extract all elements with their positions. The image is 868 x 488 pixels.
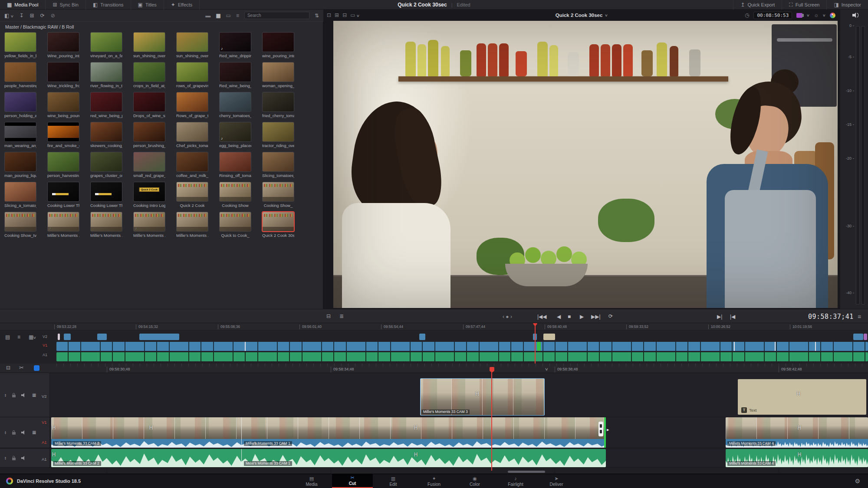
mini-track-v1[interactable] [56,342,868,351]
filmstrip-view-icon[interactable]: ▭ [226,13,231,18]
media-clip[interactable]: small_red_grape_c... [133,152,165,178]
page-tab[interactable]: ♪ Fairlight [495,474,536,488]
media-clip[interactable]: yellow_fields_in_bl... [4,32,36,58]
timeline-menu-icon[interactable]: ≡ [858,314,861,320]
topbar-action-button[interactable]: ⛶ Full Screen [782,0,826,10]
panel-toggle-tab[interactable]: ✦ Effects [164,0,200,10]
page-tab[interactable]: ➤ Deliver [536,474,577,488]
media-clip[interactable]: Rinsing_off_tomat... [219,152,251,178]
thumbnail-view-icon[interactable]: ▦ [216,13,220,18]
media-clip[interactable]: Slicing_a_tomato_... [4,182,36,208]
page-tab[interactable]: ▥ Edit [373,474,414,488]
media-clip-thumbnail[interactable] [47,32,79,52]
media-clip[interactable]: man_pouring_liqu... [4,152,36,178]
trim-editor-icon[interactable]: ⊟ [6,365,10,370]
media-clip[interactable]: Quick 2 Cook 30sec [262,212,294,238]
media-clip[interactable]: Cooking Show_ [262,182,294,208]
mini-clip[interactable] [97,334,107,340]
page-tab[interactable]: ◉ Color [454,474,495,488]
multicam-icon[interactable] [796,13,802,18]
media-clip-thumbnail[interactable] [90,122,122,142]
media-clip[interactable]: ♪ egg_being_placed... [219,122,251,148]
media-clip[interactable]: Cooking Intro Log... [133,182,165,208]
relink-icon[interactable]: ⊘ [51,13,55,18]
go-to-start-button[interactable]: |◀◀ [537,314,547,320]
media-clip-thumbnail[interactable] [176,212,208,232]
media-clip-thumbnail[interactable] [90,182,122,202]
media-clip-thumbnail[interactable] [47,62,79,82]
media-clip[interactable]: rows_of_grapevin... [176,62,208,88]
media-clip-thumbnail[interactable] [4,92,36,112]
retime-marker-icon[interactable]: [‹›] [149,425,152,429]
timeline-tools-icon[interactable]: ≣ [339,314,344,319]
viewer-video-frame[interactable] [333,21,838,308]
media-clip[interactable]: Cooking Lower Thi... [47,182,79,208]
chevron-down-icon[interactable]: ∨ [545,367,549,371]
media-clip[interactable]: Wine_pouring_int... [47,32,79,58]
media-clip[interactable]: vineyard_on_a_far... [90,32,122,58]
media-clip[interactable]: Rows_of_grape_tr... [176,92,208,118]
viewer-expand-icon[interactable]: ⊟ [342,13,347,18]
bin-panel-toggle-icon[interactable]: ◧ ∨ [4,13,13,18]
media-clip-thumbnail[interactable] [176,32,208,52]
mini-playhead[interactable] [535,324,536,364]
media-clip-thumbnail[interactable] [133,32,165,52]
retime-marker-icon[interactable]: [‹›] [414,452,417,456]
media-clip[interactable]: crops_in_field_at_... [133,62,165,88]
mini-clip[interactable] [853,334,863,340]
strip-view-icon[interactable]: ▬ [205,13,210,18]
stop-button[interactable]: ■ [568,314,571,320]
mini-clip[interactable] [864,334,867,340]
snapping-toggle-icon[interactable] [34,365,39,371]
media-clip-thumbnail[interactable] [219,182,251,202]
track-header-v2[interactable]: ▲▼ ▦ V2 [0,373,50,417]
media-clip-thumbnail[interactable] [4,182,36,202]
media-clip[interactable]: coffee_and_milk_b... [176,152,208,178]
media-clip-thumbnail[interactable] [176,182,208,202]
split-clip-icon[interactable]: ✂ [19,365,24,370]
media-clip[interactable]: wine_being_poure... [47,92,79,118]
timeline-clip-v1-main[interactable]: Millie's Moments 33 CAM 2 Millie's Momen… [51,417,606,448]
media-clip[interactable]: Wine_trickling_fro... [47,62,79,88]
media-clip[interactable]: ♪ Red_wine_drippin... [219,32,251,58]
media-clip[interactable]: Chef_picks_tomat... [176,122,208,148]
media-clip-thumbnail[interactable] [90,152,122,172]
page-tab[interactable]: ✂ Cut [332,474,373,488]
sort-icon[interactable]: ⇅ [315,13,319,18]
media-clip-thumbnail[interactable] [176,152,208,172]
media-clip-thumbnail[interactable] [176,62,208,82]
mini-track-a1[interactable] [56,352,868,361]
media-clip-thumbnail[interactable] [47,92,79,112]
magic-enhance-icon[interactable] [830,13,835,18]
track-resize-icon[interactable]: ▲▼ [4,393,7,397]
media-clip[interactable]: man_wearing_an_... [4,122,36,148]
media-clip[interactable]: Cooking Show_tvc [4,212,36,238]
media-clip-thumbnail[interactable] [262,182,294,202]
media-clip-thumbnail[interactable] [133,122,165,142]
panel-toggle-tab[interactable]: ▦ Media Pool [0,0,46,10]
timeline-detail-area[interactable]: ▲▼ ▦ V2 ▲▼ ▦ V1 A1 ▲▼ A1 [0,373,868,474]
media-clip-thumbnail[interactable] [4,62,36,82]
trim-handle[interactable] [598,422,603,436]
media-clip[interactable]: skewers_cooking_... [90,122,122,148]
media-clip-thumbnail[interactable] [47,152,79,172]
mini-clip[interactable] [139,334,179,340]
breadcrumb[interactable]: Master / Blackmagic RAW / B Roll [5,24,74,29]
media-clip-thumbnail[interactable]: ♪ [47,212,79,232]
media-clip[interactable]: Millie's Moments ... [176,212,208,238]
track-header-a1[interactable]: ▲▼ A1 [0,449,50,468]
search-input[interactable] [244,12,309,19]
mini-clip[interactable] [419,334,425,340]
media-clip-thumbnail[interactable] [176,122,208,142]
media-clip[interactable]: Slicing_tomatoes_... [262,152,294,178]
panel-toggle-tab[interactable]: ⊞ Sync Bin [46,0,85,10]
media-clip[interactable]: wine_pouring_into... [262,32,294,58]
track-lock-icon[interactable] [12,432,16,435]
mini-clip[interactable] [64,334,71,340]
track-audio-icon[interactable] [21,430,26,435]
media-clip[interactable]: Quick 2 Cook [176,182,208,208]
mini-playhead-marker[interactable] [533,323,537,326]
sync-clips-icon[interactable]: ⟳ [40,13,45,18]
media-clip[interactable]: sun_shining_over_... [133,32,165,58]
media-clip[interactable]: river_flowing_in_t... [90,62,122,88]
